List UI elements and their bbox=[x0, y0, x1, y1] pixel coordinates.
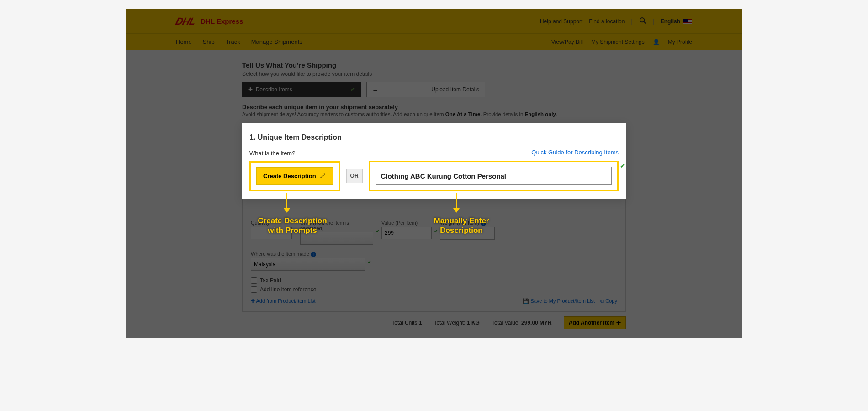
nav-home[interactable]: Home bbox=[176, 38, 192, 45]
nav-manage-shipments[interactable]: Manage Shipments bbox=[251, 38, 302, 45]
nav-track[interactable]: Track bbox=[226, 38, 240, 45]
total-value-value: 299.00 MYR bbox=[521, 320, 552, 326]
flag-icon bbox=[683, 19, 692, 24]
section-sub: Select how you would like to provide you… bbox=[242, 71, 626, 77]
item-fields-panel: Quantity Units (How the item is packaged… bbox=[242, 199, 626, 312]
upload-details-tab[interactable]: ☁ Upload Item Details bbox=[366, 82, 485, 97]
add-reference-checkbox[interactable] bbox=[251, 286, 257, 293]
describe-heading: Describe each unique item in your shipme… bbox=[242, 104, 626, 111]
save-to-list-link[interactable]: 💾 Save to My Product/Item List bbox=[523, 298, 595, 304]
plus-icon: ✚ bbox=[251, 298, 255, 304]
create-description-label: Create Description bbox=[263, 173, 316, 179]
language-label: English bbox=[661, 18, 680, 25]
svg-line-1 bbox=[644, 21, 646, 24]
brand-sub: DHL Express bbox=[201, 17, 243, 25]
info-icon[interactable]: i bbox=[481, 221, 486, 226]
value-label: Value (Per Item) bbox=[381, 220, 432, 226]
save-icon: 💾 bbox=[523, 298, 529, 304]
nav-ship[interactable]: Ship bbox=[203, 38, 215, 45]
describe-items-tab[interactable]: ✚ Describe Items ✔ bbox=[242, 82, 361, 97]
or-separator: OR bbox=[346, 169, 363, 183]
tax-paid-checkbox[interactable] bbox=[251, 277, 257, 284]
nav-my-profile[interactable]: My Profile bbox=[668, 39, 692, 45]
cloud-upload-icon: ☁ bbox=[372, 86, 378, 93]
profile-icon: 👤 bbox=[653, 39, 660, 45]
total-weight-label: Total Weight: bbox=[434, 320, 465, 326]
quantity-input[interactable] bbox=[251, 227, 292, 239]
create-description-button[interactable]: Create Description bbox=[256, 167, 333, 185]
brand-logo: DHL bbox=[175, 16, 197, 27]
total-units-label: Total Units bbox=[392, 320, 417, 326]
units-label: Units (How the item is packaged) bbox=[300, 220, 373, 231]
main-nav: Home Ship Track Manage Shipments View/Pa… bbox=[126, 33, 742, 50]
language-switch[interactable]: English bbox=[661, 18, 692, 25]
separator: | bbox=[653, 18, 654, 25]
plus-icon: ✚ bbox=[248, 86, 253, 93]
item-description-card: 1. Unique Item Description What is the i… bbox=[242, 123, 626, 199]
describe-label: Describe Items bbox=[256, 86, 292, 93]
describe-subtext: Avoid shipment delays! Accuracy matters … bbox=[242, 111, 626, 117]
value-input[interactable] bbox=[381, 227, 432, 239]
total-value-label: Total Value: bbox=[492, 320, 520, 326]
totals-row: Total Units 1 Total Weight: 1 KG Total V… bbox=[242, 312, 626, 329]
app-root: DHL DHL Express Help and Support Find a … bbox=[126, 9, 742, 338]
plus-icon: ✚ bbox=[616, 320, 621, 326]
wand-icon bbox=[320, 172, 326, 180]
card-title: 1. Unique Item Description bbox=[249, 133, 619, 142]
svg-point-0 bbox=[640, 18, 644, 22]
what-item-label: What is the item? bbox=[249, 150, 295, 157]
page-body: Tell Us What You're Shipping Select how … bbox=[126, 50, 742, 329]
item-description-input[interactable] bbox=[376, 167, 612, 185]
copy-link[interactable]: ⧉ Copy bbox=[600, 298, 617, 304]
total-units-value: 1 bbox=[419, 320, 422, 326]
help-link[interactable]: Help and Support bbox=[540, 18, 582, 25]
quick-guide-link[interactable]: Quick Guide for Describing Items bbox=[531, 149, 619, 156]
tax-paid-label: Tax Paid bbox=[260, 277, 281, 284]
description-input-box: ✔ bbox=[369, 161, 619, 191]
nav-view-pay-bill[interactable]: View/Pay Bill bbox=[551, 39, 583, 45]
where-made-select[interactable]: Malaysia bbox=[251, 258, 365, 271]
total-weight-value: 1 KG bbox=[467, 320, 480, 326]
top-bar: DHL DHL Express Help and Support Find a … bbox=[126, 9, 742, 33]
section-title: Tell Us What You're Shipping bbox=[242, 61, 626, 69]
check-icon: ✔ bbox=[367, 259, 371, 265]
check-icon: ✔ bbox=[620, 162, 625, 169]
check-icon: ✔ bbox=[350, 86, 355, 93]
check-icon: ✔ bbox=[376, 228, 380, 234]
add-another-label: Add Another Item bbox=[569, 320, 614, 326]
add-reference-label: Add line item reference bbox=[260, 286, 316, 293]
weight-label: Weight (Per Item)i bbox=[440, 220, 495, 226]
search-icon[interactable] bbox=[639, 17, 646, 26]
quantity-label: Quantity bbox=[251, 220, 292, 226]
weight-input[interactable] bbox=[440, 227, 495, 240]
create-description-box: Create Description bbox=[249, 161, 340, 191]
where-made-label: Where was the item madei bbox=[251, 251, 365, 257]
check-icon: ✔ bbox=[434, 228, 438, 234]
add-another-item-button[interactable]: Add Another Item✚ bbox=[564, 316, 626, 329]
separator: | bbox=[631, 18, 632, 25]
find-location-link[interactable]: Find a location bbox=[589, 18, 625, 25]
units-select[interactable] bbox=[300, 232, 373, 245]
upload-label: Upload Item Details bbox=[431, 86, 479, 93]
info-icon[interactable]: i bbox=[311, 252, 316, 257]
nav-shipment-settings[interactable]: My Shipment Settings bbox=[591, 39, 645, 45]
add-from-list-link[interactable]: ✚ Add from Product/Item List bbox=[251, 298, 316, 304]
copy-icon: ⧉ bbox=[600, 298, 604, 304]
